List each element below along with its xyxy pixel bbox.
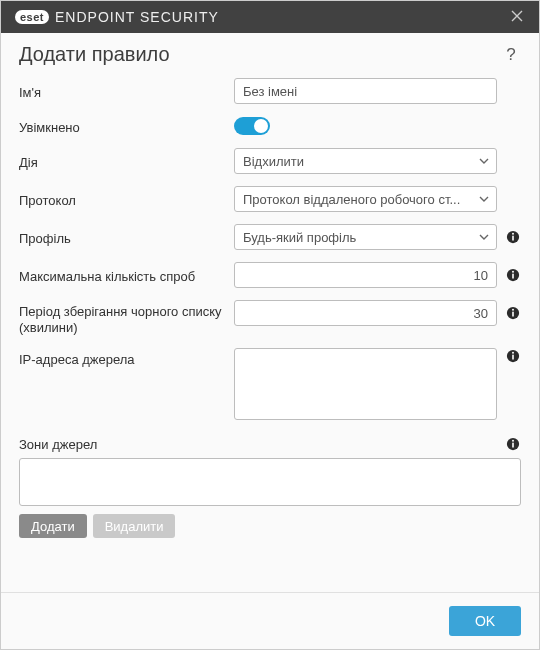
enabled-label: Увімкнено bbox=[19, 116, 234, 136]
action-select-value: Відхилити bbox=[243, 154, 304, 169]
max-attempts-input[interactable] bbox=[234, 262, 497, 288]
chevron-down-icon bbox=[478, 193, 490, 205]
page-title: Додати правило bbox=[19, 43, 501, 66]
action-select[interactable]: Відхилити bbox=[234, 148, 497, 174]
profile-label: Профіль bbox=[19, 227, 234, 247]
max-attempts-info-button[interactable] bbox=[505, 267, 521, 283]
footer: OK bbox=[1, 592, 539, 649]
svg-rect-10 bbox=[512, 355, 514, 360]
name-input[interactable] bbox=[234, 78, 497, 104]
svg-point-5 bbox=[512, 271, 514, 273]
svg-point-11 bbox=[512, 352, 514, 354]
zones-label: Зони джерел bbox=[19, 437, 497, 452]
zones-add-button[interactable]: Додати bbox=[19, 514, 87, 538]
enabled-toggle[interactable] bbox=[234, 117, 270, 135]
svg-rect-13 bbox=[512, 443, 514, 448]
svg-point-2 bbox=[512, 233, 514, 235]
svg-point-8 bbox=[512, 309, 514, 311]
titlebar: eset ENDPOINT SECURITY bbox=[1, 1, 539, 33]
zones-delete-button: Видалити bbox=[93, 514, 176, 538]
source-ip-textarea[interactable] bbox=[234, 348, 497, 420]
profile-select[interactable]: Будь-який профіль bbox=[234, 224, 497, 250]
svg-rect-7 bbox=[512, 312, 514, 317]
profile-select-value: Будь-який профіль bbox=[243, 230, 356, 245]
source-ip-info-button[interactable] bbox=[505, 348, 521, 364]
max-attempts-label: Максимальна кількість спроб bbox=[19, 265, 234, 285]
chevron-down-icon bbox=[478, 231, 490, 243]
product-name: ENDPOINT SECURITY bbox=[55, 9, 219, 25]
action-label: Дія bbox=[19, 151, 234, 171]
blacklist-period-info-button[interactable] bbox=[505, 305, 521, 321]
chevron-down-icon bbox=[478, 155, 490, 167]
help-button[interactable]: ? bbox=[501, 45, 521, 65]
content-area: Додати правило ? Ім'я Увімкнено Дія bbox=[1, 33, 539, 592]
svg-rect-1 bbox=[512, 236, 514, 241]
name-label: Ім'я bbox=[19, 81, 234, 101]
zones-listbox[interactable] bbox=[19, 458, 521, 506]
toggle-knob bbox=[254, 119, 268, 133]
svg-point-14 bbox=[512, 440, 514, 442]
protocol-select[interactable]: Протокол віддаленого робочого ст... bbox=[234, 186, 497, 212]
protocol-label: Протокол bbox=[19, 189, 234, 209]
ok-button[interactable]: OK bbox=[449, 606, 521, 636]
brand-badge: eset bbox=[15, 10, 49, 24]
close-icon bbox=[511, 10, 523, 25]
close-button[interactable] bbox=[505, 5, 529, 29]
blacklist-period-label: Період зберігання чорного списку (хвилин… bbox=[19, 300, 234, 336]
dialog-window: eset ENDPOINT SECURITY Додати правило ? … bbox=[0, 0, 540, 650]
blacklist-period-input[interactable] bbox=[234, 300, 497, 326]
help-icon: ? bbox=[506, 45, 515, 65]
profile-info-button[interactable] bbox=[505, 229, 521, 245]
brand: eset ENDPOINT SECURITY bbox=[15, 9, 219, 25]
protocol-select-value: Протокол віддаленого робочого ст... bbox=[243, 192, 460, 207]
zones-info-button[interactable] bbox=[505, 436, 521, 452]
svg-rect-4 bbox=[512, 274, 514, 279]
source-ip-label: IP-адреса джерела bbox=[19, 348, 234, 368]
